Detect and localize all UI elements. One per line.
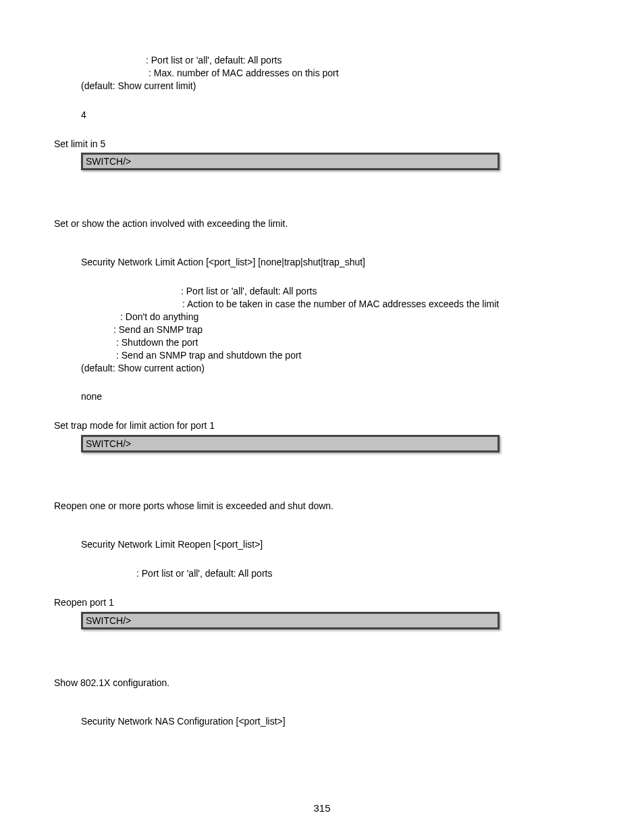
action-opt-trap-shut: : Send an SNMP trap and shutdown the por…	[81, 349, 590, 362]
limit-param-max: : Max. number of MAC addresses on this p…	[81, 67, 590, 80]
action-opt-none: : Don't do anything	[81, 311, 590, 323]
action-param-portlist: : Port list or 'all', default: All ports	[81, 285, 590, 298]
action-opt-shut: : Shutdown the port	[81, 336, 590, 349]
action-param-action: : Action to be taken in case the number …	[81, 298, 590, 311]
limit-param-portlist: : Port list or 'all', default: All ports	[81, 54, 590, 67]
limit-default-value: 4	[81, 109, 590, 122]
action-default-line: (default: Show current action)	[81, 362, 590, 375]
reopen-example-label: Reopen port 1	[54, 596, 590, 609]
action-cli-box: SWITCH/>	[81, 435, 500, 452]
reopen-param-portlist: : Port list or 'all', default: All ports	[81, 567, 590, 580]
page-number: 315	[0, 802, 644, 814]
limit-cli: SWITCH/>	[86, 156, 131, 167]
action-cli: SWITCH/>	[86, 438, 131, 449]
limit-example-label: Set limit in 5	[54, 138, 590, 151]
nas-desc: Show 802.1X configuration.	[54, 677, 590, 689]
reopen-cli-box: SWITCH/>	[81, 612, 500, 629]
action-opt-trap: : Send an SNMP trap	[81, 323, 590, 336]
limit-default-line: (default: Show current limit)	[81, 80, 590, 93]
reopen-syntax: Security Network Limit Reopen [<port_lis…	[81, 538, 590, 551]
page: : Port list or 'all', default: All ports…	[0, 0, 644, 834]
limit-params: : Port list or 'all', default: All ports…	[81, 54, 590, 93]
action-default-value: none	[81, 390, 590, 403]
reopen-desc: Reopen one or more ports whose limit is …	[54, 500, 590, 513]
limit-cli-box: SWITCH/>	[81, 153, 500, 170]
action-params: : Port list or 'all', default: All ports…	[81, 285, 590, 374]
action-syntax: Security Network Limit Action [<port_lis…	[81, 256, 590, 269]
reopen-params: : Port list or 'all', default: All ports	[81, 567, 590, 580]
action-example-label: Set trap mode for limit action for port …	[54, 419, 590, 432]
reopen-cli: SWITCH/>	[86, 615, 131, 626]
nas-syntax: Security Network NAS Configuration [<por…	[81, 715, 590, 728]
action-desc: Set or show the action involved with exc…	[54, 217, 590, 230]
